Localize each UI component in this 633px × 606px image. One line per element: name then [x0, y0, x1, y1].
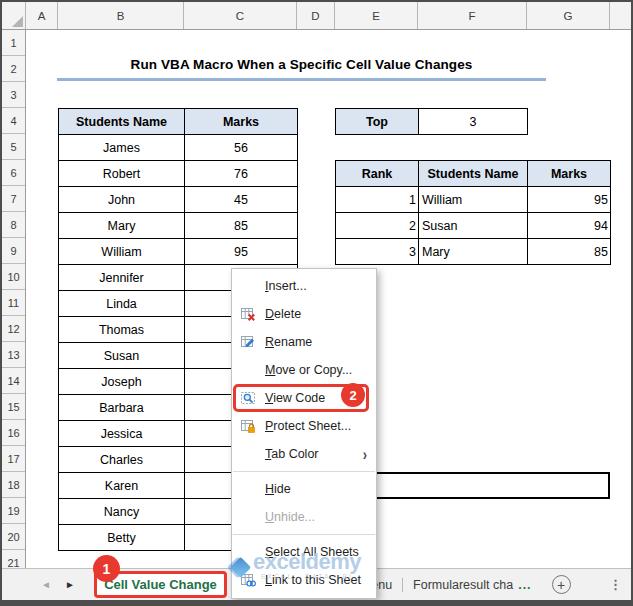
column-header-f[interactable]: F	[418, 2, 527, 29]
sheet-tab-label: Formularesult cha	[413, 578, 513, 592]
column-header-strip: A B C D E F G	[2, 2, 631, 30]
cell-rank-marks[interactable]: 85	[528, 239, 611, 265]
new-sheet-button[interactable]: +	[552, 575, 571, 594]
row-header-3[interactable]: 3	[2, 82, 25, 108]
menu-item-hide[interactable]: Hide	[232, 475, 376, 503]
cell-student-name[interactable]: Nancy	[59, 499, 185, 525]
table-row: 1 William 95	[336, 187, 611, 213]
row-header-12[interactable]: 12	[2, 316, 25, 342]
cell-student-name[interactable]: Mary	[59, 213, 185, 239]
menu-item-protect-sheet[interactable]: Protect Sheet...	[232, 412, 376, 440]
cell-student-marks[interactable]: 85	[185, 213, 298, 239]
menu-item-delete[interactable]: Delete	[232, 300, 376, 328]
step-1-badge: 1	[93, 555, 120, 582]
menu-item-label: Protect Sheet...	[265, 419, 351, 433]
rank-table-header-marks[interactable]: Marks	[528, 161, 611, 187]
next-sheet-arrow-icon[interactable]: ►	[58, 579, 82, 590]
cell-student-name[interactable]: Karen	[59, 473, 185, 499]
row-header-8[interactable]: 8	[2, 212, 25, 238]
cell-student-marks[interactable]: 45	[185, 187, 298, 213]
cell-student-name[interactable]: Joseph	[59, 369, 185, 395]
prev-sheet-arrow-icon[interactable]: ◄	[34, 579, 58, 590]
protect-sheet-icon	[240, 418, 256, 434]
select-all-triangle-icon	[12, 16, 23, 27]
column-header-c[interactable]: C	[184, 2, 297, 29]
cell-rank-name[interactable]: Mary	[419, 239, 528, 265]
column-header-a[interactable]: A	[26, 2, 58, 29]
column-header-b[interactable]: B	[58, 2, 184, 29]
row-header-5[interactable]: 5	[2, 134, 25, 160]
cell-rank[interactable]: 1	[336, 187, 419, 213]
menu-item-insert[interactable]: Insert...	[232, 272, 376, 300]
row-header-19[interactable]: 19	[2, 498, 25, 524]
row-header-1[interactable]: 1	[2, 30, 25, 56]
menu-item-link-to-this-sheet[interactable]: Link to this Sheet	[232, 566, 376, 594]
row-header-6[interactable]: 6	[2, 160, 25, 186]
row-header-20[interactable]: 20	[2, 524, 25, 550]
top-value-cell[interactable]: 3	[419, 109, 528, 135]
cell-rank-marks[interactable]: 95	[528, 187, 611, 213]
cell-student-name[interactable]: Barbara	[59, 395, 185, 421]
row-header-strip: 1 2 3 4 5 6 7 8 9 10 11 12 13 14 15 16 1…	[2, 30, 26, 568]
row-header-17[interactable]: 17	[2, 446, 25, 472]
menu-item-label: Tab Color	[265, 447, 319, 461]
cell-student-name[interactable]: Jennifer	[59, 265, 185, 291]
menu-separator	[233, 534, 375, 535]
sheet-tab-context-menu: Insert... Delete Rename Move or Copy...	[231, 268, 377, 599]
title-underline	[57, 78, 546, 81]
row-header-15[interactable]: 15	[2, 394, 25, 420]
cell-student-marks[interactable]: 95	[185, 239, 298, 265]
row-header-11[interactable]: 11	[2, 290, 25, 316]
cell-rank-marks[interactable]: 94	[528, 213, 611, 239]
cell-student-name[interactable]: John	[59, 187, 185, 213]
rank-table-header-rank[interactable]: Rank	[336, 161, 419, 187]
cell-rank[interactable]: 2	[336, 213, 419, 239]
excel-window: A B C D E F G 1 2 3 4 5 6 7 8 9 10 11 12…	[0, 0, 633, 606]
table-row: William95	[59, 239, 298, 265]
row-header-21[interactable]: 21	[2, 550, 25, 568]
row-header-10[interactable]: 10	[2, 264, 25, 290]
students-table-header-marks[interactable]: Marks	[185, 109, 298, 135]
cell-student-name[interactable]: Robert	[59, 161, 185, 187]
cell-student-name[interactable]: Susan	[59, 343, 185, 369]
table-row: Mary85	[59, 213, 298, 239]
column-header-e[interactable]: E	[335, 2, 418, 29]
row-header-2[interactable]: 2	[2, 56, 25, 82]
rank-table-header-name[interactable]: Students Name	[419, 161, 528, 187]
menu-separator	[233, 471, 375, 472]
row-header-18[interactable]: 18	[2, 472, 25, 498]
table-row: 2 Susan 94	[336, 213, 611, 239]
menu-item-label: Move or Copy...	[265, 363, 352, 377]
row-header-9[interactable]: 9	[2, 238, 25, 264]
cell-student-marks[interactable]: 76	[185, 161, 298, 187]
cell-rank-name[interactable]: Susan	[419, 213, 528, 239]
menu-item-rename[interactable]: Rename	[232, 328, 376, 356]
cell-student-name[interactable]: Thomas	[59, 317, 185, 343]
cell-student-name[interactable]: William	[59, 239, 185, 265]
students-table-header-name[interactable]: Students Name	[59, 109, 185, 135]
cell-student-name[interactable]: Betty	[59, 525, 185, 551]
row-header-4[interactable]: 4	[2, 108, 25, 134]
cell-rank-name[interactable]: William	[419, 187, 528, 213]
row-header-7[interactable]: 7	[2, 186, 25, 212]
row-header-16[interactable]: 16	[2, 420, 25, 446]
cell-student-marks[interactable]: 56	[185, 135, 298, 161]
top-label-cell[interactable]: Top	[336, 109, 419, 135]
sheet-tab-formularesult[interactable]: Formularesult cha ...	[403, 569, 541, 600]
menu-item-tab-color[interactable]: Tab Color ›	[232, 440, 376, 468]
cell-student-name[interactable]: James	[59, 135, 185, 161]
menu-item-unhide: Unhide...	[232, 503, 376, 531]
menu-item-move-or-copy[interactable]: Move or Copy...	[232, 356, 376, 384]
cell-student-name[interactable]: Jessica	[59, 421, 185, 447]
more-options-icon[interactable]: ⋮	[609, 577, 622, 592]
row-header-14[interactable]: 14	[2, 368, 25, 394]
row-header-13[interactable]: 13	[2, 342, 25, 368]
cell-student-name[interactable]: Linda	[59, 291, 185, 317]
column-header-d[interactable]: D	[297, 2, 335, 29]
table-row: John45	[59, 187, 298, 213]
select-all-corner[interactable]	[2, 2, 26, 29]
column-header-g[interactable]: G	[527, 2, 610, 29]
cell-rank[interactable]: 3	[336, 239, 419, 265]
menu-item-select-all-sheets[interactable]: Select All Sheets	[232, 538, 376, 566]
cell-student-name[interactable]: Charles	[59, 447, 185, 473]
